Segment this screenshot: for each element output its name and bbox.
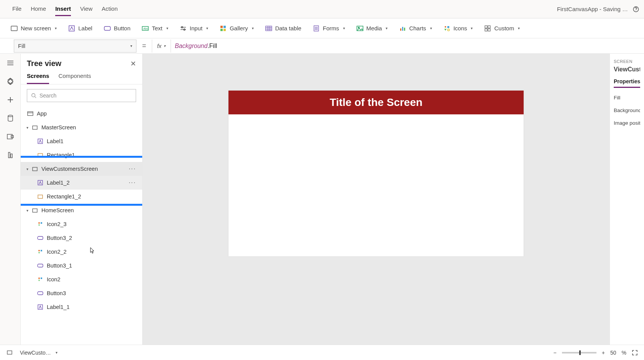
tree-node-button3-2[interactable]: Button3_2	[21, 231, 142, 245]
label-icon	[68, 25, 75, 32]
chevron-down-icon[interactable]: ▾	[25, 208, 30, 213]
svg-marker-59	[38, 225, 40, 226]
forms-button[interactable]: Forms ▾	[313, 25, 345, 32]
icons-button[interactable]: Icons ▾	[444, 25, 473, 32]
tree-view-icon[interactable]	[7, 78, 14, 85]
chevron-down-icon[interactable]: ▾	[56, 350, 58, 355]
chevron-down-icon[interactable]: ▾	[25, 167, 30, 171]
tree-node-masterscreen[interactable]: ▾ MasterScreen	[21, 121, 142, 134]
formula-input[interactable]: Background.Fill	[171, 42, 217, 50]
menu-view[interactable]: View	[80, 2, 92, 16]
zoom-value: 50	[610, 350, 616, 356]
icon-node-icon	[37, 221, 44, 227]
menu-file[interactable]: File	[12, 2, 21, 16]
svg-rect-68	[38, 292, 43, 295]
more-icon[interactable]: ···	[129, 165, 138, 172]
fit-screen-icon[interactable]	[632, 350, 638, 356]
new-screen-button[interactable]: New screen ▾	[11, 25, 57, 32]
app-status-area: FirstCanvasApp - Saving …	[557, 6, 639, 13]
property-dropdown[interactable]: Fill ▾	[14, 40, 136, 53]
tree-view-title: Tree view	[27, 59, 61, 68]
tree-node-app[interactable]: App	[21, 107, 142, 121]
tree-node-button3[interactable]: Button3	[21, 286, 142, 300]
tree-node-icon2-2[interactable]: Icon2_2	[21, 245, 142, 259]
prop-image-position[interactable]: Image posit	[614, 120, 640, 126]
canvas-screen[interactable]: Title of the Screen	[228, 91, 524, 256]
svg-point-28	[445, 26, 446, 28]
media-label: Media	[366, 25, 382, 31]
properties-tab[interactable]: Properties	[614, 78, 640, 88]
tree-node-label1-2[interactable]: Label1_2 ···	[21, 176, 142, 190]
svg-point-65	[38, 277, 40, 279]
prop-background[interactable]: Background	[614, 107, 640, 113]
advanced-tools-icon[interactable]	[7, 151, 14, 159]
menu-home[interactable]: Home	[31, 2, 46, 16]
input-button[interactable]: Input ▾	[180, 25, 208, 32]
svg-rect-25	[400, 28, 401, 31]
zoom-slider[interactable]	[562, 352, 596, 353]
tree-node-rectangle1-2[interactable]: Rectangle1_2	[21, 190, 142, 203]
tree-node-viewcustomersscreen[interactable]: ▾ ViewCustomersScreen ···	[21, 162, 142, 176]
data-table-button[interactable]: Data table	[265, 25, 301, 32]
svg-rect-62	[41, 250, 42, 251]
help-icon[interactable]	[632, 6, 639, 13]
label-icon	[37, 304, 44, 310]
close-icon[interactable]: ✕	[130, 59, 136, 68]
custom-button[interactable]: Custom ▾	[484, 25, 520, 32]
tree-node-icon2-3[interactable]: Icon2_3	[21, 217, 142, 231]
svg-rect-56	[33, 209, 37, 212]
svg-line-47	[35, 97, 36, 98]
hamburger-icon[interactable]	[7, 59, 14, 67]
zoom-out-button[interactable]: −	[554, 350, 557, 356]
text-button[interactable]: Abc Text ▾	[142, 25, 168, 32]
menu-action[interactable]: Action	[102, 2, 118, 16]
charts-button[interactable]: Charts ▾	[399, 25, 432, 32]
fx-button[interactable]: fx ▾	[152, 40, 171, 53]
icon-node-icon	[37, 249, 44, 254]
forms-icon	[313, 25, 320, 32]
menu-insert[interactable]: Insert	[55, 2, 71, 16]
search-icon	[31, 93, 36, 98]
tab-components[interactable]: Components	[58, 73, 91, 84]
search-placeholder: Search	[39, 92, 56, 99]
tree-node-rectangle1[interactable]: Rectangle1	[21, 148, 142, 162]
tab-screens[interactable]: Screens	[27, 73, 49, 84]
svg-point-57	[38, 222, 40, 224]
tree-node-homescreen[interactable]: ▾ HomeScreen	[21, 203, 142, 217]
search-input[interactable]: Search	[27, 89, 136, 102]
left-rail	[0, 54, 21, 345]
button-text: Button	[114, 25, 130, 31]
screen-title-bar[interactable]: Title of the Screen	[228, 91, 524, 114]
app-icon	[27, 111, 34, 116]
button-node-icon	[37, 235, 44, 241]
gallery-button[interactable]: Gallery ▾	[220, 25, 254, 32]
property-name: Fill	[18, 43, 25, 49]
button-button[interactable]: Button	[104, 25, 130, 32]
icon-node-icon	[37, 277, 44, 282]
tree-node-label: Label1_2	[47, 180, 70, 186]
svg-marker-67	[38, 280, 40, 281]
media-button[interactable]: Media ▾	[356, 25, 388, 32]
data-icon[interactable]	[7, 114, 14, 122]
tree-node-label1[interactable]: Label1	[21, 134, 142, 148]
label-button[interactable]: Label	[68, 25, 92, 32]
media-rail-icon[interactable]	[7, 133, 14, 140]
tree-node-label: Button3_1	[47, 263, 72, 269]
zoom-in-button[interactable]: +	[602, 350, 605, 356]
app-status-text: FirstCanvasApp - Saving …	[557, 6, 628, 12]
status-selected-name[interactable]: ViewCusto…	[20, 350, 51, 356]
prop-fill[interactable]: Fill	[614, 95, 640, 101]
media-icon	[356, 25, 363, 32]
chevron-down-icon[interactable]: ▾	[25, 126, 30, 130]
insert-icon[interactable]	[7, 96, 14, 104]
svg-rect-32	[485, 26, 487, 28]
main-area: Tree view ✕ Screens Components Search Ap…	[0, 54, 644, 345]
tree-node-label1-1[interactable]: Label1_1	[21, 300, 142, 314]
fx-label: fx	[157, 43, 162, 49]
tree-body[interactable]: App ▾ MasterScreen Label1 Rectangle1 ▾ V…	[21, 107, 142, 345]
canvas-area[interactable]: Title of the Screen	[143, 54, 610, 345]
tree-node-icon2[interactable]: Icon2	[21, 272, 142, 286]
more-icon[interactable]: ···	[129, 179, 138, 186]
tree-node-label: Icon2_2	[47, 249, 67, 255]
tree-node-button3-1[interactable]: Button3_1	[21, 259, 142, 272]
